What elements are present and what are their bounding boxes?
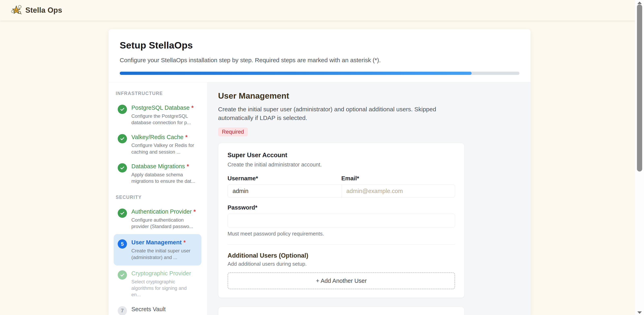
sidebar-step-cryptographic-provider[interactable]: Cryptographic Provider Select cryptograp… [114,267,202,301]
progress-fill [120,72,472,75]
step-title: Valkey/Redis Cache [132,134,184,140]
step-title: User Management [132,239,182,245]
page-title: User Management [218,91,530,101]
scrollbar-down-arrow[interactable] [637,311,642,314]
add-another-user-button[interactable]: + Add Another User [228,272,455,289]
email-input[interactable] [342,185,455,197]
super-user-card-subtitle: Create the initial administrator account… [228,162,455,168]
check-icon [120,272,125,277]
wizard-header: Setup StellaOps Configure your StellaOps… [109,29,530,82]
topbar: Stella Ops [0,0,635,21]
step-description: Configure Valkey or Redis for caching an… [132,142,197,155]
step-completed-icon [118,105,127,114]
step-number-badge: 7 [118,306,127,315]
password-label: Password* [228,204,455,211]
super-user-card: Super User Account Create the initial ad… [218,143,464,298]
step-completed-icon [118,208,127,218]
sidebar-step-user-management[interactable]: 5 User Management* Create the initial su… [114,234,202,265]
password-input[interactable] [228,214,455,227]
wizard-title: Setup StellaOps [120,40,520,51]
validation-checks-card: Validation Checks - connectivity Check p… [218,307,464,315]
page-description: Create the initial super user (administr… [218,105,444,122]
additional-users-subtitle: Add additional users during setup. [228,261,455,267]
email-label: Email* [342,175,455,182]
username-label: Username* [228,175,342,182]
sidebar-step-secrets-vault[interactable]: 7 Secrets Vault Configure a secrets vaul… [114,302,202,315]
stella-ops-logo-icon [10,4,22,17]
username-email-field-group [228,185,455,197]
scrollbar[interactable] [635,0,644,315]
sidebar-step-postgresql-database[interactable]: PostgreSQL Database* Configure the Postg… [114,101,202,129]
check-icon [120,165,125,170]
required-asterisk: * [184,239,186,245]
card-divider [228,244,455,245]
step-completed-muted-icon [118,270,127,279]
required-badge: Required [218,127,248,136]
brand-title: Stella Ops [25,6,62,15]
sidebar-step-valkey-redis-cache[interactable]: Valkey/Redis Cache* Configure Valkey or … [114,130,202,159]
brand: Stella Ops [10,4,62,17]
sidebar-step-authentication-provider[interactable]: Authentication Provider* Configure authe… [114,205,202,233]
required-asterisk: * [191,105,194,111]
step-description: Configure a secrets vault for secure cre… [132,314,197,315]
steps-sidebar: INFRASTRUCTURE PostgreSQL Database* Conf… [109,82,208,315]
wizard-subtitle: Configure your StellaOps installation st… [120,57,520,64]
section-label-infrastructure: INFRASTRUCTURE [116,91,202,96]
step-description: Apply database schema migrations to ensu… [132,171,197,185]
section-label-security: SECURITY [116,195,202,200]
step-description: Create the initial super user (administr… [132,248,197,261]
step-number-badge: 5 [118,239,127,249]
step-description: Configure the PostgreSQL database connec… [132,113,197,126]
required-asterisk: * [194,208,196,215]
required-asterisk: * [185,134,188,140]
username-input[interactable] [228,185,342,197]
step-completed-icon [118,163,127,172]
password-hint: Must meet password policy requirements. [228,231,455,237]
setup-wizard-panel: Setup StellaOps Configure your StellaOps… [109,29,530,315]
check-icon [120,136,125,141]
step-title: Cryptographic Provider [132,270,191,276]
sidebar-step-database-migrations[interactable]: Database Migrations* Apply database sche… [114,160,202,188]
step-title: PostgreSQL Database [132,105,190,111]
setup-progress-bar [120,72,520,75]
required-asterisk: * [187,163,189,169]
step-content-area: User Management Create the initial super… [208,82,530,315]
super-user-card-title: Super User Account [228,152,455,159]
step-description: Select cryptographic algorithms for sign… [132,278,197,298]
scrollbar-thumb[interactable] [637,5,642,171]
step-title: Authentication Provider [132,208,192,215]
step-completed-icon [118,134,127,143]
additional-users-title: Additional Users (Optional) [228,252,455,259]
check-icon [120,210,125,216]
step-title: Database Migrations [132,163,185,169]
scrollbar-up-arrow[interactable] [637,2,642,4]
check-icon [120,107,125,112]
step-description: Configure authentication provider (Stand… [132,217,197,230]
step-title: Secrets Vault [132,306,166,312]
